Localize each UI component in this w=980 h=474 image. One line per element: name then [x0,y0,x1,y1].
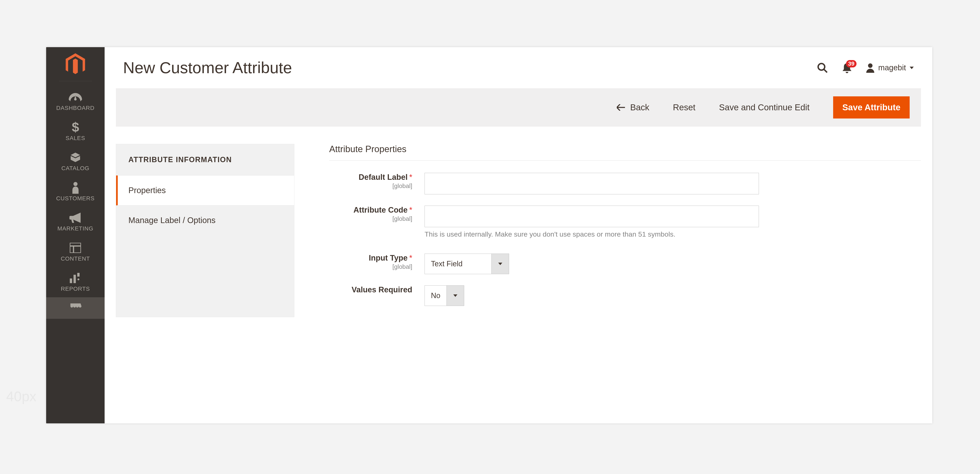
nav-dashboard[interactable]: DASHBOARD [46,86,105,116]
row-default-label: Default Label* [global] [329,173,921,194]
nav-customers[interactable]: CUSTOMERS [46,177,105,207]
row-input-type: Input Type* [global] Text Field [329,254,921,274]
notifications-button[interactable]: 39 [842,62,851,73]
nav-label: DASHBOARD [56,105,94,111]
notification-badge: 39 [846,60,856,67]
save-continue-button[interactable]: Save and Continue Edit [719,102,810,112]
select-arrow [447,286,464,306]
tab-properties[interactable]: Properties [116,175,294,205]
svg-point-1 [73,182,78,186]
nav-marketing[interactable]: MARKETING [46,207,105,237]
search-icon [817,62,828,73]
caret-down-icon [498,262,502,265]
required-mark: * [409,254,412,262]
scope-global: [global] [329,183,412,189]
dashboard-icon [69,91,82,103]
page-title: New Customer Attribute [123,59,817,77]
select-arrow [492,254,509,274]
arrow-left-icon [617,104,625,111]
nav-label: SALES [66,135,85,142]
nav-reports[interactable]: REPORTS [46,267,105,297]
row-values-required: Values Required No [329,285,921,306]
row-attribute-code: Attribute Code* [global] This is used in… [329,206,921,238]
box-icon [70,152,81,163]
tabs-heading: ATTRIBUTE INFORMATION [116,144,294,175]
label-attribute-code: Attribute Code [353,206,407,214]
chart-icon [70,272,81,283]
svg-rect-2 [70,243,81,253]
store-icon [69,302,82,314]
reset-button[interactable]: Reset [673,102,695,112]
back-button[interactable]: Back [617,102,649,112]
svg-rect-7 [77,273,80,277]
label-default-label: Default Label [359,173,408,181]
user-icon [866,63,875,73]
section-title: Attribute Properties [329,144,921,161]
dollar-icon: $ [72,122,80,133]
action-toolbar: Back Reset Save and Continue Edit Save A… [116,88,921,127]
attribute-code-hint: This is used internally. Make sure you d… [425,230,759,238]
magento-logo[interactable] [66,53,85,76]
caret-down-icon [910,67,914,69]
nav-catalog[interactable]: CATALOG [46,146,105,177]
svg-text:$: $ [72,121,79,134]
nav-content[interactable]: CONTENT [46,237,105,267]
required-mark: * [409,173,412,181]
nav-stores[interactable] [46,297,105,319]
back-label: Back [630,102,649,112]
form-panel: Attribute Properties Default Label* [glo… [329,144,921,317]
svg-line-10 [824,69,827,72]
svg-point-11 [868,64,872,68]
scope-global: [global] [329,263,412,270]
layout-icon [70,242,81,253]
admin-sidebar: DASHBOARD $ SALES CATALOG CUSTOMERS [46,47,105,423]
user-menu[interactable]: magebit [866,63,914,73]
label-values-required: Values Required [352,285,412,294]
default-label-input[interactable] [425,173,759,194]
scope-global: [global] [329,215,412,222]
page-header: New Customer Attribute 39 magebit [105,47,932,88]
megaphone-icon [69,212,82,223]
nav-label: CUSTOMERS [56,195,95,202]
main-panel: New Customer Attribute 39 magebit [105,47,932,423]
svg-rect-5 [70,278,72,283]
caret-down-icon [453,294,457,297]
person-icon [72,182,80,193]
required-mark: * [409,206,412,214]
label-input-type: Input Type [369,254,407,262]
search-button[interactable] [817,62,828,73]
attribute-info-tabs: ATTRIBUTE INFORMATION Properties Manage … [116,144,294,317]
svg-point-9 [818,64,825,70]
svg-point-8 [78,278,80,280]
tab-manage-label[interactable]: Manage Label / Options [116,205,294,235]
nav-label: CATALOG [61,165,89,172]
nav-sales[interactable]: $ SALES [46,116,105,146]
watermark-text: 40px [6,388,36,404]
values-required-select[interactable]: No [425,285,464,306]
svg-rect-6 [73,275,76,283]
nav-label: REPORTS [61,286,90,292]
input-type-select[interactable]: Text Field [425,254,509,274]
select-value: Text Field [425,254,492,274]
attribute-code-input[interactable] [425,206,759,227]
save-attribute-button[interactable]: Save Attribute [833,96,910,119]
nav-label: MARKETING [57,225,93,232]
user-name: magebit [878,64,906,72]
nav-label: CONTENT [61,256,90,262]
select-value: No [425,286,447,306]
